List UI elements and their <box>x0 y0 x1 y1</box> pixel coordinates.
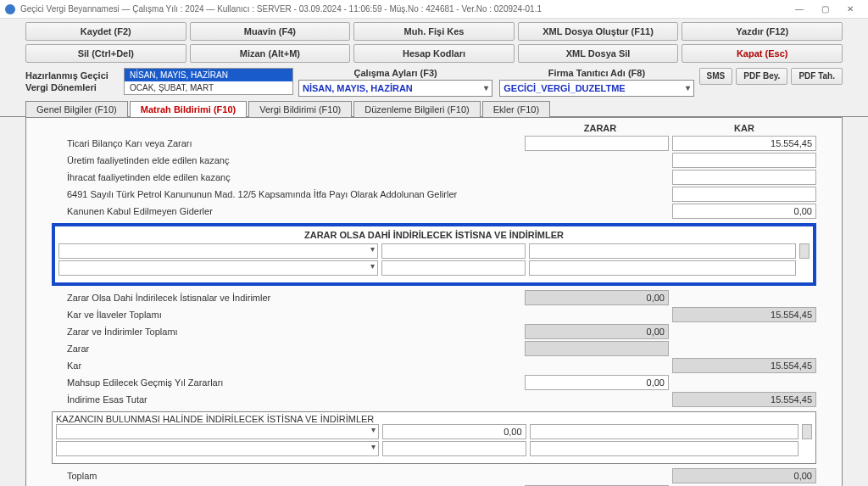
yazdir-button[interactable]: Yazdır (F12) <box>682 22 843 41</box>
periods-label: Hazırlanmış Geçici Vergi Dönemleri <box>25 68 119 93</box>
label-zarar-indirimler: Zarar ve İndirimler Toplamı <box>52 327 521 337</box>
app-icon <box>5 4 15 14</box>
label-ticari-bilanco: Ticari Bilanço Karı veya Zararı <box>52 138 521 148</box>
input-zarar-1[interactable] <box>525 136 669 151</box>
input-kar-3[interactable] <box>672 170 816 185</box>
kazanc-desc[interactable] <box>530 424 798 439</box>
istisna2-desc[interactable] <box>529 260 796 276</box>
input-kar-4[interactable] <box>672 187 816 202</box>
val-kar-ilaveler: 15.554,45 <box>672 307 816 322</box>
kazanc-dropdown[interactable] <box>56 424 379 439</box>
sil-button[interactable]: Sil (Ctrl+Del) <box>25 44 186 63</box>
window-title: Geçici Vergi Beyannamesi — Çalışma Yılı … <box>20 4 542 14</box>
toolbar-row1: Kaydet (F2) Muavin (F4) Muh. Fişi Kes XM… <box>0 19 868 66</box>
istisna1-dropdown[interactable] <box>58 243 378 259</box>
label-zarar: Zarar <box>52 344 521 354</box>
main-panel: ZARAR KAR Ticari Bilanço Karı veya Zarar… <box>25 117 843 486</box>
fiskes-button[interactable]: Muh. Fişi Kes <box>353 22 515 41</box>
sms-button[interactable]: SMS <box>699 68 733 85</box>
firma-dropdown[interactable]: GECİCİ_VERGİ_DUZELTME <box>499 80 693 97</box>
label-indirim-esas: İndirime Esas Tutar <box>52 394 521 405</box>
kazanc2-value[interactable] <box>382 441 526 456</box>
kapat-button[interactable]: Kapat (Esc) <box>682 44 843 63</box>
istisna2-dropdown[interactable] <box>58 260 378 276</box>
istisna2-value[interactable] <box>381 260 526 276</box>
kazanc2-desc[interactable] <box>530 441 798 456</box>
titlebar: Geçici Vergi Beyannamesi — Çalışma Yılı … <box>0 0 868 19</box>
mizan-button[interactable]: Mizan (Alt+M) <box>190 44 351 63</box>
firma-header: Firma Tanıtıcı Adı (F8) <box>499 68 693 78</box>
label-petrol: 6491 Sayılı Türk Petrol Kanununun Mad. 1… <box>52 189 521 199</box>
col-kar-header: KAR <box>672 123 816 133</box>
tab-matrah[interactable]: Matrah Bildirimi (F10) <box>130 101 247 117</box>
kazanc-value[interactable]: 0,00 <box>382 424 526 439</box>
pdf-bey-button[interactable]: PDF Bey. <box>736 68 787 85</box>
tab-genel[interactable]: Genel Bilgiler (F10) <box>25 101 128 117</box>
hesapkod-button[interactable]: Hesap Kodları <box>353 44 515 63</box>
period-item[interactable]: OCAK, ŞUBAT, MART <box>125 81 292 94</box>
val-zarar-indirimler: 0,00 <box>525 324 669 339</box>
tab-duzenleme[interactable]: Düzenleme Bilgileri (F10) <box>353 101 481 117</box>
label-ihracat: İhracat faaliyetinden elde edilen kazanç <box>52 172 521 182</box>
period-item-selected[interactable]: NİSAN, MAYIS, HAZİRAN <box>125 69 292 81</box>
section-zarar-istisna: ZARAR OLSA DAHİ İNDİRİLECEK İSTİSNA VE İ… <box>52 223 816 286</box>
tabs: Genel Bilgiler (F10) Matrah Bildirimi (F… <box>0 100 868 117</box>
kaydet-button[interactable]: Kaydet (F2) <box>25 22 186 41</box>
input-kar-5[interactable]: 0,00 <box>672 204 816 219</box>
header-row: Hazırlanmış Geçici Vergi Dönemleri NİSAN… <box>0 66 868 98</box>
muavin-button[interactable]: Muavin (F4) <box>190 22 351 41</box>
input-mahsup[interactable]: 0,00 <box>525 375 669 390</box>
col-zarar-header: ZARAR <box>528 123 672 133</box>
val-zarar-olsa: 0,00 <box>525 290 669 305</box>
calisma-header: Çalışma Ayları (F3) <box>298 68 492 78</box>
maximize-button[interactable]: ▢ <box>812 2 837 17</box>
input-kar-1[interactable]: 15.554,45 <box>672 136 816 151</box>
section2-header: KAZANCIN BULUNMASI HALİNDE İNDİRİLECEK İ… <box>56 414 812 424</box>
istisna1-desc[interactable] <box>529 243 796 259</box>
xml-sil-button[interactable]: XML Dosya Sil <box>518 44 679 63</box>
val-indirim-esas: 15.554,45 <box>672 392 816 407</box>
input-kar-2[interactable] <box>672 153 816 168</box>
section-kazanc-istisna: KAZANCIN BULUNMASI HALİNDE İNDİRİLECEK İ… <box>52 411 816 464</box>
label-kar-ilaveler: Kar ve İlaveler Toplamı <box>52 310 521 320</box>
istisna1-scroll[interactable] <box>799 243 810 259</box>
kazanc-scroll[interactable] <box>802 424 812 439</box>
istisna1-value[interactable] <box>381 243 526 259</box>
label-kar: Kar <box>52 360 521 371</box>
calisma-dropdown[interactable]: NİSAN, MAYIS, HAZİRAN <box>298 80 492 97</box>
section1-header: ZARAR OLSA DAHİ İNDİRİLECEK İSTİSNA VE İ… <box>58 228 810 243</box>
label-uretim: Üretim faaliyetinden elde edilen kazanç <box>52 155 521 165</box>
val-zarar <box>525 341 669 356</box>
minimize-button[interactable]: — <box>787 2 812 17</box>
val-kar: 15.554,45 <box>672 358 816 373</box>
val-toplam: 0,00 <box>672 468 816 483</box>
pdf-tah-button[interactable]: PDF Tah. <box>791 68 843 85</box>
label-zarar-olsa: Zarar Olsa Dahi İndirilecek İstisnalar v… <box>52 293 521 303</box>
label-kanunen: Kanunen Kabul Edilmeyen Giderler <box>52 206 521 216</box>
label-mahsup: Mahsup Edilecek Geçmiş Yıl Zararları <box>52 377 521 388</box>
tab-vergi[interactable]: Vergi Bildirimi (F10) <box>248 101 352 117</box>
tab-ekler[interactable]: Ekler (F10) <box>482 101 550 117</box>
kazanc2-dropdown[interactable] <box>56 441 379 456</box>
label-toplam: Toplam <box>52 471 521 481</box>
xml-olustur-button[interactable]: XML Dosya Oluştur (F11) <box>518 22 679 41</box>
periods-list[interactable]: NİSAN, MAYIS, HAZİRAN OCAK, ŞUBAT, MART <box>124 68 293 95</box>
close-window-button[interactable]: ✕ <box>837 2 863 17</box>
